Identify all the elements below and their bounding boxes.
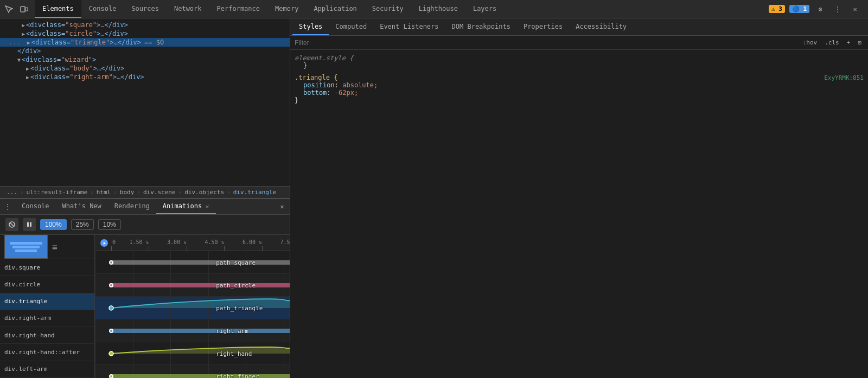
style-rule-header: element.style { [295, 54, 864, 62]
triangle-prop-bottom: bottom: -62px; [295, 89, 864, 97]
style-rule-element: element.style { } [295, 54, 864, 69]
breadcrumb-item[interactable]: ... [4, 188, 20, 197]
dom-line[interactable]: ▶ <div class="square">…</div> [0, 21, 290, 29]
hov-filter-btn[interactable]: :hov [801, 38, 820, 47]
settings-icon[interactable]: ⚙ [814, 3, 827, 16]
toolbar-icons [2, 3, 35, 16]
dom-line[interactable]: ▼ <div class="wizard"> [0, 55, 290, 64]
ruler: 01.50 s3.00 s4.50 s6.00 s7.50 s9.00 s10.… [95, 235, 290, 251]
dom-line[interactable]: ▶ <div class="body">…</div> [0, 64, 290, 73]
device-toolbar-icon[interactable] [17, 3, 30, 16]
dom-line[interactable]: ▶ <div class="right-arm">…</div> [0, 73, 290, 81]
drawer-tab-console[interactable]: Console [15, 199, 56, 214]
tab-application[interactable]: Application [306, 0, 364, 18]
dom-line[interactable]: ▶ <div class="circle">…</div> [0, 29, 290, 38]
more-options-icon[interactable]: ⋮ [831, 3, 844, 16]
drawer-menu-icon[interactable]: ⋮ [2, 201, 13, 212]
svg-point-7 [109, 306, 113, 310]
triangle-selector: .triangle { [295, 74, 337, 81]
anim-label-row-right-hand[interactable]: div.right-hand [0, 327, 94, 344]
tab-layers[interactable]: Layers [465, 0, 504, 18]
anim-track-label: path_triangle [216, 304, 263, 311]
anim-row[interactable]: right arm [95, 319, 290, 342]
styles-tab-event-listeners[interactable]: Event Listeners [373, 18, 445, 35]
anim-label-row-right-arm[interactable]: div.right-arm [0, 310, 94, 327]
filter-input[interactable] [295, 39, 801, 47]
speed-100-btn[interactable]: 100% [40, 219, 67, 230]
left-panel: ▶ <div class="square">…</div> ▶ <div cla… [0, 18, 290, 378]
anim-labels: ≡ div.square div.circle div.triangle div… [0, 235, 95, 378]
anim-row[interactable]: right_finger [95, 365, 290, 378]
breadcrumb-item[interactable]: div.scene [141, 188, 178, 197]
styles-tabs: Styles Computed Event Listeners DOM Brea… [290, 18, 868, 36]
speed-10-btn[interactable]: 10% [98, 219, 121, 230]
tab-console[interactable]: Console [81, 0, 124, 18]
styles-tab-properties[interactable]: Properties [517, 18, 569, 35]
inspect-icon[interactable] [2, 3, 15, 16]
anim-label-row-square[interactable]: div.square [0, 259, 94, 276]
styles-tab-dom-breakpoints[interactable]: DOM Breakpoints [445, 18, 517, 35]
drawer-tab-animations[interactable]: Animations ✕ [156, 199, 216, 214]
anim-chart-inner: 01.50 s3.00 s4.50 s6.00 s7.50 s9.00 s10.… [95, 235, 290, 378]
toggle-sidebar-icon[interactable]: ⊡ [856, 38, 864, 47]
prop-val-position: absolute; [342, 81, 378, 89]
breadcrumb-item[interactable]: html [94, 188, 113, 197]
anim-label-row-left-arm[interactable]: div.left-arm [0, 361, 94, 378]
tab-sources[interactable]: Sources [124, 0, 167, 18]
triangle-rule-header: .triangle { ExyYRMK:851 [295, 74, 864, 81]
speed-25-btn[interactable]: 25% [71, 219, 94, 230]
anim-row[interactable]: right_hand [95, 342, 290, 365]
play-head[interactable] [100, 239, 108, 247]
breadcrumb-item-active[interactable]: div.triangle [231, 188, 278, 197]
close-animations-tab-icon[interactable]: ✕ [205, 202, 209, 210]
anim-row[interactable]: path_circle [95, 274, 290, 297]
anim-stop-btn[interactable] [5, 218, 18, 231]
anim-pause-btn[interactable] [23, 218, 36, 231]
animations-panel: 100% 25% 10% ≡ div.square [0, 215, 290, 378]
dom-line-selected[interactable]: ... ▶ <div class="triangle">…</div> == $… [0, 38, 290, 47]
add-style-btn[interactable]: + [845, 38, 853, 47]
prop-name-bottom: bottom [295, 89, 327, 97]
close-drawer-icon[interactable]: ✕ [277, 201, 288, 212]
filter-bar: :hov .cls + ⊡ [290, 36, 868, 50]
filter-actions: :hov .cls + ⊡ [801, 38, 864, 47]
tab-network[interactable]: Network [167, 0, 209, 18]
element-style-closing: } [295, 62, 864, 69]
svg-rect-4 [27, 222, 29, 227]
anim-row[interactable]: path_square [95, 251, 290, 274]
drawer-tab-rendering[interactable]: Rendering [108, 199, 156, 214]
tab-performance[interactable]: Performance [209, 0, 267, 18]
top-toolbar: Elements Console Sources Network Perform… [0, 0, 868, 18]
anim-row[interactable]: path_triangle [95, 297, 290, 319]
breadcrumb-item[interactable]: body [118, 188, 137, 197]
dom-tree[interactable]: ▶ <div class="square">…</div> ▶ <div cla… [0, 18, 290, 186]
error-badge: 🔵 1 [789, 5, 809, 13]
styles-tab-accessibility[interactable]: Accessibility [569, 18, 633, 35]
tab-lighthouse[interactable]: Lighthouse [411, 0, 465, 18]
anim-hash-icon[interactable]: ≡ [52, 242, 58, 252]
anim-rows: path_squarepath_circlepath_triangleright… [95, 251, 290, 378]
cls-filter-btn[interactable]: .cls [822, 38, 841, 47]
drawer-tab-whats-new[interactable]: What's New [56, 199, 108, 214]
close-devtools-icon[interactable]: ✕ [848, 3, 861, 16]
triangle-source[interactable]: ExyYRMK:851 [824, 74, 864, 81]
triangle-rule-closing: } [295, 97, 864, 104]
breadcrumb-item[interactable]: ult:result-iframe [24, 188, 90, 197]
tab-nav: Elements Console Sources Network Perform… [35, 0, 504, 18]
styles-tab-computed[interactable]: Computed [329, 18, 373, 35]
svg-point-19 [109, 351, 113, 356]
anim-label-row-triangle[interactable]: div.triangle [0, 293, 94, 310]
svg-line-3 [10, 223, 14, 226]
svg-rect-5 [30, 222, 31, 227]
anim-label-row-right-hand-after[interactable]: div.right-hand::after [0, 344, 94, 361]
element-style-selector: element.style { [295, 54, 353, 62]
dom-line[interactable]: </div> [0, 47, 290, 55]
anim-chart-area[interactable]: 01.50 s3.00 s4.50 s6.00 s7.50 s9.00 s10.… [95, 235, 290, 378]
breadcrumb-item[interactable]: div.objects [182, 188, 226, 197]
anim-label-row-circle[interactable]: div.circle [0, 276, 94, 293]
svg-rect-1 [25, 8, 28, 11]
styles-tab-styles[interactable]: Styles [292, 18, 329, 35]
tab-memory[interactable]: Memory [267, 0, 306, 18]
tab-elements[interactable]: Elements [35, 0, 81, 18]
tab-security[interactable]: Security [365, 0, 411, 18]
